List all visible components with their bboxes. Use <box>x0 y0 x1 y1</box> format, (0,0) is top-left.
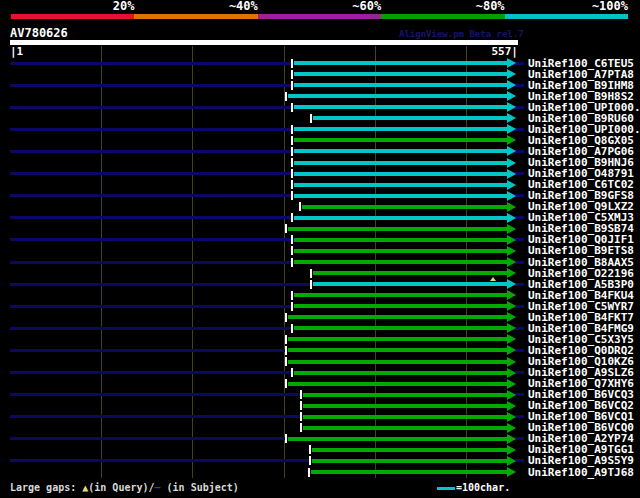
alignment-start-tick <box>285 434 287 443</box>
alignment-start-tick <box>291 180 293 189</box>
alignment-bar[interactable] <box>302 205 507 209</box>
subject-label[interactable]: UniRef100_B9ETS8 <box>528 245 634 256</box>
alignment-start-tick <box>291 147 293 156</box>
alignment-arrowhead-icon <box>507 423 516 433</box>
scale-legend-line-icon <box>437 487 455 490</box>
alignment-arrowhead-icon <box>507 301 516 311</box>
alignment-arrowhead-icon <box>507 412 516 422</box>
alignment-bar[interactable] <box>313 116 507 120</box>
alignment-start-tick <box>285 335 287 344</box>
alignment-bar[interactable] <box>303 426 507 430</box>
subject-label[interactable]: UniRef100_A7PTA8 <box>528 69 634 80</box>
alignment-arrowhead-icon <box>507 290 516 300</box>
alignment-arrowhead-icon <box>507 102 516 112</box>
alignment-plot: UniRef100_C6TEU5UniRef100_A7PTA8UniRef10… <box>0 0 640 498</box>
alignment-arrowhead-icon <box>507 379 516 389</box>
alignment-bar[interactable] <box>294 304 507 308</box>
alignment-bar[interactable] <box>294 293 507 297</box>
alignment-bar[interactable] <box>294 105 507 109</box>
alignment-bar[interactable] <box>294 238 507 242</box>
alignment-bar[interactable] <box>294 83 507 87</box>
alignment-bar[interactable] <box>312 459 507 463</box>
alignment-start-tick <box>285 92 287 101</box>
subject-label[interactable]: UniRef100_A5B3P0 <box>528 279 634 290</box>
alignment-arrowhead-icon <box>507 124 516 134</box>
alignment-start-tick <box>285 346 287 355</box>
alignment-start-tick <box>285 379 287 388</box>
alignment-bar[interactable] <box>303 415 507 419</box>
alignment-arrowhead-icon <box>507 135 516 145</box>
alignment-arrowhead-icon <box>507 169 516 179</box>
alignment-arrowhead-icon <box>507 345 516 355</box>
subject-label[interactable]: UniRef100_B9IHM8 <box>528 80 634 91</box>
subject-label[interactable]: UniRef100_O22196 <box>528 268 634 279</box>
alignment-bar[interactable] <box>294 149 507 153</box>
alignment-arrowhead-icon <box>507 390 516 400</box>
alignment-bar[interactable] <box>288 360 507 364</box>
alignment-arrowhead-icon <box>507 246 516 256</box>
alignment-bar[interactable] <box>294 326 507 330</box>
alignment-start-tick <box>300 390 302 399</box>
subject-label[interactable]: UniRef100_C6TEU5 <box>528 58 634 69</box>
alignment-bar[interactable] <box>313 282 507 286</box>
alignment-bar[interactable] <box>294 249 507 253</box>
alignview-screen: 20%~40%~60%~80%~100% AV780626 AlignView.… <box>0 0 640 498</box>
alignment-bar[interactable] <box>294 371 507 375</box>
alignment-bar[interactable] <box>288 437 507 441</box>
alignment-arrowhead-icon <box>507 235 516 245</box>
gap-legend-subject-text: (in Subject) <box>161 482 239 493</box>
alignment-bar[interactable] <box>294 172 507 176</box>
alignment-bar[interactable] <box>288 227 507 231</box>
gap-legend-query-text: (in Query)/ <box>88 482 154 493</box>
alignment-start-tick <box>285 357 287 366</box>
alignment-bar[interactable] <box>294 194 507 198</box>
alignment-bar[interactable] <box>294 260 507 264</box>
alignment-bar[interactable] <box>294 72 507 76</box>
subject-label[interactable]: UniRef100_B8AAX5 <box>528 257 634 268</box>
alignment-bar[interactable] <box>294 127 507 131</box>
alignment-bar[interactable] <box>294 161 507 165</box>
alignment-arrowhead-icon <box>507 268 516 278</box>
alignment-start-tick <box>291 213 293 222</box>
alignment-arrowhead-icon <box>507 445 516 455</box>
alignment-bar[interactable] <box>303 393 507 397</box>
alignment-bar[interactable] <box>288 348 507 352</box>
subject-label[interactable]: UniRef100_B4FKU4 <box>528 290 634 301</box>
alignment-bar[interactable] <box>294 216 507 220</box>
alignment-bar[interactable] <box>312 448 507 452</box>
alignment-start-tick <box>285 313 287 322</box>
alignment-bar[interactable] <box>303 404 507 408</box>
scale-legend-text: =100char. <box>456 482 510 493</box>
alignment-arrowhead-icon <box>507 279 516 289</box>
subject-label[interactable]: UniRef100_A9S5Y9 <box>528 455 634 466</box>
alignment-start-tick <box>309 456 311 465</box>
alignment-arrowhead-icon <box>507 69 516 79</box>
alignment-start-tick <box>310 280 312 289</box>
alignment-start-tick <box>291 169 293 178</box>
alignment-bar[interactable] <box>288 382 507 386</box>
alignment-start-tick <box>291 70 293 79</box>
alignment-arrowhead-icon <box>507 202 516 212</box>
alignment-arrowhead-icon <box>507 434 516 444</box>
alignment-bar[interactable] <box>311 470 507 474</box>
alignment-arrowhead-icon <box>507 80 516 90</box>
alignment-arrowhead-icon <box>507 368 516 378</box>
alignment-arrowhead-icon <box>507 213 516 223</box>
alignment-bar[interactable] <box>294 138 507 142</box>
alignment-bar[interactable] <box>294 183 507 187</box>
alignment-bar[interactable] <box>288 315 507 319</box>
alignment-start-tick <box>291 81 293 90</box>
subject-label[interactable]: UniRef100_A9TJ68 <box>528 467 634 478</box>
alignment-start-tick <box>291 191 293 200</box>
alignment-arrowhead-icon <box>507 191 516 201</box>
alignment-arrowhead-icon <box>507 146 516 156</box>
alignment-arrowhead-icon <box>507 257 516 267</box>
alignment-bar[interactable] <box>313 271 507 275</box>
alignment-bar[interactable] <box>294 61 507 65</box>
alignment-start-tick <box>291 368 293 377</box>
alignment-start-tick <box>309 445 311 454</box>
alignment-arrowhead-icon <box>507 401 516 411</box>
alignment-bar[interactable] <box>288 337 507 341</box>
alignment-bar[interactable] <box>288 94 507 98</box>
alignment-start-tick <box>291 136 293 145</box>
